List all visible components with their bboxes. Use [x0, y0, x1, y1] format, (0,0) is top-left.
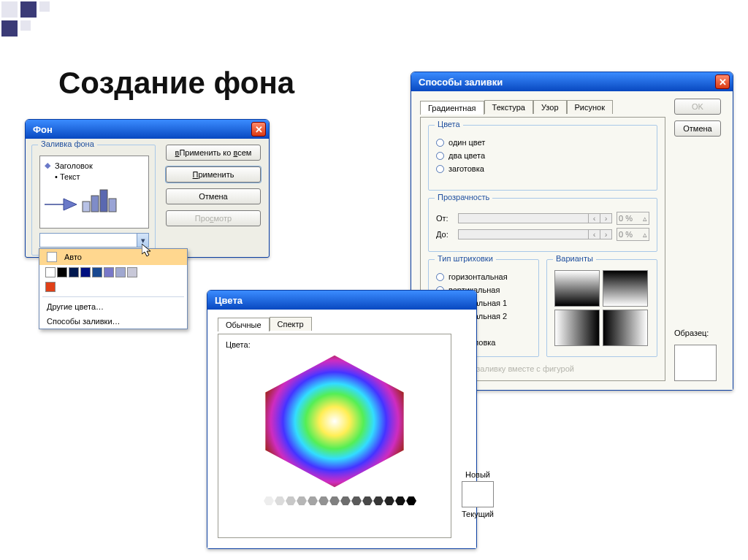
- apply-all-button[interactable]: вПрименить ко всемПрименить ко всем: [166, 145, 261, 161]
- gray-swatch[interactable]: [406, 496, 416, 505]
- color-swatch[interactable]: [45, 282, 56, 292]
- close-icon[interactable]: ✕: [715, 74, 730, 89]
- sample-label: Образец:: [674, 329, 709, 337]
- gray-swatch[interactable]: [340, 496, 351, 505]
- fill-dialog-title: Способы заливки: [419, 77, 503, 88]
- variants-group-label: Варианты: [553, 254, 596, 263]
- new-color-swatch: [462, 481, 494, 507]
- svg-marker-0: [45, 199, 77, 210]
- svg-rect-4: [109, 199, 116, 212]
- color-swatch[interactable]: [45, 267, 56, 277]
- tab-gradient[interactable]: Градиентная: [420, 101, 484, 115]
- colors-label: Цвета:: [226, 340, 251, 349]
- ok-button: OK: [674, 99, 721, 115]
- variant-3[interactable]: [554, 310, 600, 346]
- tab-custom[interactable]: Спектр: [270, 317, 312, 331]
- svg-rect-1: [83, 202, 90, 212]
- svg-rect-3: [100, 190, 107, 212]
- svg-rect-2: [91, 196, 99, 212]
- menu-item-more-colors[interactable]: Другие цвета…: [39, 299, 187, 314]
- hex-color-picker[interactable]: [254, 352, 415, 491]
- gray-swatch[interactable]: [253, 496, 263, 505]
- bg-dialog-title: Фон: [33, 124, 53, 135]
- color-swatch[interactable]: [80, 267, 91, 277]
- to-label: До:: [436, 230, 454, 239]
- gray-swatch[interactable]: [351, 496, 362, 505]
- current-label: Текущий: [462, 510, 494, 518]
- svg-marker-6: [265, 356, 403, 487]
- gray-swatch[interactable]: [318, 496, 329, 505]
- variant-1[interactable]: [554, 270, 600, 307]
- bg-color-dropdown[interactable]: ▾: [39, 233, 149, 248]
- gray-swatch[interactable]: [297, 496, 307, 505]
- radio-horizontal[interactable]: горизонтальная: [436, 270, 531, 283]
- tab-picture[interactable]: Рисунок: [567, 100, 614, 114]
- to-spin[interactable]: 0 %▵: [617, 228, 649, 241]
- color-swatch[interactable]: [127, 267, 137, 277]
- gray-swatch[interactable]: [308, 496, 318, 505]
- gray-swatch[interactable]: [384, 496, 394, 505]
- transparency-group-label: Прозрачность: [435, 193, 492, 202]
- color-swatch[interactable]: [57, 267, 67, 277]
- page-title: Создание фона: [58, 66, 294, 101]
- cursor-icon: [142, 244, 153, 258]
- menu-item-auto[interactable]: Авто: [39, 249, 187, 265]
- close-icon[interactable]: ✕: [251, 122, 266, 137]
- svg-marker-7: [142, 244, 150, 256]
- gray-swatch[interactable]: [373, 496, 383, 505]
- from-slider[interactable]: ‹›: [458, 213, 612, 223]
- menu-item-fill-effects[interactable]: Способы заливки…: [39, 314, 187, 329]
- diamond-icon: ◆: [45, 161, 50, 170]
- tab-texture[interactable]: Текстура: [484, 100, 533, 114]
- gray-swatch[interactable]: [395, 496, 405, 505]
- bg-cancel-button[interactable]: Отмена: [166, 188, 261, 204]
- gray-swatch[interactable]: [286, 496, 296, 505]
- from-spin[interactable]: 0 %▵: [617, 212, 649, 225]
- to-slider[interactable]: ‹›: [458, 229, 612, 239]
- tab-standard[interactable]: Обычные: [218, 318, 270, 331]
- variant-2[interactable]: [603, 270, 648, 307]
- cancel-button[interactable]: Отмена: [674, 120, 721, 137]
- shade-group-label: Тип штриховки: [435, 254, 496, 263]
- color-swatch[interactable]: [69, 267, 79, 277]
- gray-swatch[interactable]: [264, 496, 274, 505]
- variant-4[interactable]: [603, 310, 648, 346]
- color-swatch[interactable]: [115, 267, 126, 277]
- gray-swatch[interactable]: [329, 496, 340, 505]
- bg-preview-thumb: ◆ Заголовок • Текст: [39, 156, 149, 229]
- bg-fill-legend: Заливка фона: [38, 139, 97, 148]
- radio-two-colors[interactable]: два цвета: [436, 149, 649, 162]
- preview-button: Просмотр: [166, 210, 261, 226]
- colors-group-label: Цвета: [435, 120, 463, 129]
- radio-one-color[interactable]: один цвет: [436, 136, 649, 149]
- tab-pattern[interactable]: Узор: [533, 100, 567, 114]
- new-label: Новый: [462, 470, 494, 479]
- color-swatch[interactable]: [92, 267, 102, 277]
- colors-dialog-title: Цвета: [215, 295, 243, 306]
- gray-swatch[interactable]: [275, 496, 285, 505]
- color-swatch[interactable]: [104, 267, 114, 277]
- sample-swatch: [674, 345, 717, 381]
- from-label: От:: [436, 214, 454, 223]
- gray-swatch[interactable]: [362, 496, 373, 505]
- apply-button[interactable]: Применить: [166, 166, 261, 183]
- radio-preset[interactable]: заготовка: [436, 162, 649, 175]
